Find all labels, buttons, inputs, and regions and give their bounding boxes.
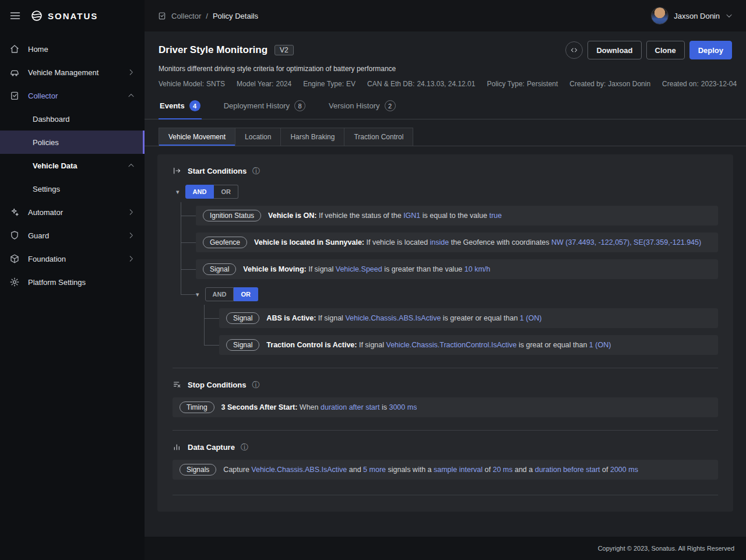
version-count-badge: 2 bbox=[385, 100, 396, 111]
condition-text: Vehicle is located in Sunnyvale: If vehi… bbox=[254, 238, 701, 246]
event-detail-card: Start Conditions ⓘ ▾ AND OR bbox=[157, 154, 733, 512]
version-badge: V2 bbox=[275, 45, 294, 55]
condition-row[interactable]: Ignition Status Vehicle is ON: If vehicl… bbox=[196, 206, 718, 226]
meta-item: Created on:2023-12-04 bbox=[662, 80, 737, 88]
condition-row[interactable]: Signals Capture Vehicle.Chassis.ABS.IsAc… bbox=[173, 460, 718, 480]
condition-type-chip: Signal bbox=[203, 263, 236, 275]
meta-item: Engine Type:EV bbox=[303, 80, 356, 88]
subtab-harsh-braking[interactable]: Harsh Braking bbox=[281, 128, 344, 146]
breadcrumb-collector-link[interactable]: Collector bbox=[171, 12, 201, 20]
meta-item: Model Year:2024 bbox=[237, 80, 291, 88]
text-segment: IGN1 bbox=[403, 212, 420, 220]
deployment-count-badge: 8 bbox=[294, 100, 305, 111]
root-operator-row: ▾ AND OR bbox=[176, 184, 718, 200]
collapse-caret-icon[interactable]: ▾ bbox=[196, 291, 199, 298]
tab-deployment-history[interactable]: Deployment History 8 bbox=[223, 97, 307, 119]
collector-icon bbox=[9, 90, 20, 101]
sidebar: SONATUS Home Vehicle Management bbox=[0, 0, 145, 560]
condition-row[interactable]: Signal Vehicle is Moving: If signal Vehi… bbox=[196, 259, 718, 279]
text-segment: ABS is Active: bbox=[266, 314, 318, 322]
sidebar-item-vehicle-data[interactable]: Vehicle Data bbox=[0, 154, 145, 177]
subtab-traction-control[interactable]: Traction Control bbox=[344, 128, 413, 146]
condition-row[interactable]: Signal ABS is Active: If signal Vehicle.… bbox=[219, 308, 718, 328]
brand-logo: SONATUS bbox=[30, 9, 98, 22]
user-menu[interactable]: Jaxson Donin bbox=[651, 7, 733, 24]
sidebar-item-label: Automator bbox=[28, 208, 63, 217]
condition-row[interactable]: Signal Traction Control is Active: If si… bbox=[219, 335, 718, 355]
section-header: Start Conditions ⓘ bbox=[173, 166, 718, 175]
sidebar-item-dashboard[interactable]: Dashboard bbox=[0, 107, 145, 131]
tab-events[interactable]: Events 4 bbox=[159, 97, 202, 119]
condition-text: Capture Vehicle.Chassis.ABS.IsActive and… bbox=[223, 466, 638, 474]
data-capture-section: Data Capture ⓘ Signals Capture Vehicle.C… bbox=[173, 430, 718, 495]
avatar bbox=[651, 7, 668, 24]
start-conditions-section: Start Conditions ⓘ ▾ AND OR bbox=[173, 166, 718, 368]
sidebar-item-policies[interactable]: Policies bbox=[0, 131, 145, 154]
sidebar-item-collector[interactable]: Collector bbox=[0, 84, 145, 107]
condition-type-chip: Signals bbox=[180, 464, 216, 476]
subtab-vehicle-movement[interactable]: Vehicle Movement bbox=[159, 128, 235, 146]
and-button[interactable]: AND bbox=[185, 185, 214, 199]
text-segment: Vehicle is Moving: bbox=[243, 265, 308, 273]
text-segment: Vehicle.Chassis.ABS.IsActive bbox=[251, 466, 347, 474]
condition-text: ABS is Active: If signal Vehicle.Chassis… bbox=[266, 314, 541, 322]
code-view-button[interactable] bbox=[565, 41, 583, 59]
sidebar-item-foundation[interactable]: Foundation bbox=[0, 247, 145, 270]
foundation-icon bbox=[9, 253, 20, 264]
sidebar-item-automator[interactable]: Automator bbox=[0, 200, 145, 224]
sidebar-item-settings[interactable]: Settings bbox=[0, 177, 145, 200]
sidebar-item-platform-settings[interactable]: Platform Settings bbox=[0, 270, 145, 294]
info-icon[interactable]: ⓘ bbox=[241, 443, 248, 451]
sidebar-item-label: Vehicle Management bbox=[28, 68, 98, 77]
condition-row[interactable]: Timing 3 Seconds After Start: When durat… bbox=[173, 397, 718, 417]
hamburger-menu-icon[interactable] bbox=[9, 10, 21, 22]
collapse-caret-icon[interactable]: ▾ bbox=[176, 188, 180, 196]
footer: Copyright © 2023, Sonatus. All Rights Re… bbox=[145, 537, 746, 560]
text-segment: is bbox=[379, 403, 389, 411]
or-button[interactable]: OR bbox=[214, 185, 238, 199]
text-segment: 2000 ms bbox=[610, 466, 638, 474]
tab-version-history[interactable]: Version History 2 bbox=[328, 97, 396, 119]
deploy-button[interactable]: Deploy bbox=[689, 41, 732, 59]
stop-conditions-section: Stop Conditions ⓘ Timing 3 Seconds After… bbox=[173, 368, 718, 430]
chevron-up-icon bbox=[127, 91, 135, 100]
text-segment: 10 km/h bbox=[465, 265, 490, 273]
sidebar-item-guard[interactable]: Guard bbox=[0, 224, 145, 247]
sidebar-item-label: Vehicle Data bbox=[33, 161, 78, 170]
conditions-tree: ▾ AND OR Ignition Status Vehicle is ON: … bbox=[173, 184, 718, 355]
and-button[interactable]: AND bbox=[205, 287, 234, 301]
info-icon[interactable]: ⓘ bbox=[252, 381, 259, 389]
subtab-location[interactable]: Location bbox=[235, 128, 281, 146]
code-icon bbox=[570, 46, 578, 54]
clone-button[interactable]: Clone bbox=[646, 41, 685, 59]
text-segment: 3 Seconds After Start: bbox=[221, 403, 300, 411]
user-name: Jaxson Donin bbox=[674, 12, 720, 20]
sidebar-item-label: Dashboard bbox=[33, 115, 70, 124]
condition-row[interactable]: Geofence Vehicle is located in Sunnyvale… bbox=[196, 233, 718, 252]
sonatus-logo-icon bbox=[30, 9, 43, 22]
text-segment: When bbox=[300, 403, 321, 411]
info-icon[interactable]: ⓘ bbox=[252, 167, 260, 175]
chevron-right-icon bbox=[127, 255, 135, 263]
sidebar-item-label: Guard bbox=[28, 231, 49, 240]
section-title: Stop Conditions bbox=[188, 381, 246, 389]
vehicle-management-icon bbox=[9, 67, 20, 78]
sidebar-item-vehicle-management[interactable]: Vehicle Management bbox=[0, 61, 145, 84]
collector-breadcrumb-icon bbox=[157, 11, 167, 20]
chevron-right-icon bbox=[127, 68, 135, 76]
sidebar-item-label: Platform Settings bbox=[28, 278, 86, 287]
condition-text: 3 Seconds After Start: When duration aft… bbox=[221, 403, 417, 411]
sidebar-item-home[interactable]: Home bbox=[0, 37, 145, 61]
sidebar-item-label: Collector bbox=[28, 91, 58, 100]
or-button[interactable]: OR bbox=[234, 287, 258, 301]
chevron-right-icon bbox=[127, 208, 135, 216]
text-segment: true bbox=[489, 212, 502, 220]
stop-condition-list: Timing 3 Seconds After Start: When durat… bbox=[173, 397, 718, 417]
text-segment: and a bbox=[512, 466, 534, 474]
condition-type-chip: Timing bbox=[180, 401, 214, 413]
download-button[interactable]: Download bbox=[587, 41, 641, 59]
text-segment: If signal bbox=[308, 265, 336, 273]
text-segment: Vehicle.Speed bbox=[336, 265, 382, 273]
copyright-text: Copyright © 2023, Sonatus. All Rights Re… bbox=[598, 545, 734, 552]
condition-text: Traction Control is Active: If signal Ve… bbox=[266, 341, 611, 349]
